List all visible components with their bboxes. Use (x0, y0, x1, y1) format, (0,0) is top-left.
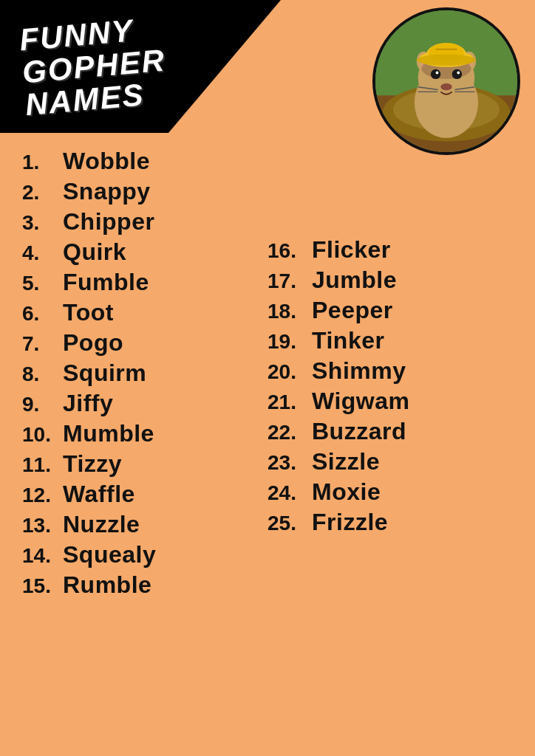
left-column: 1.Wobble2.Snappy3.Chipper4.Quirk5.Fumble… (22, 148, 268, 745)
item-number: 20. (268, 360, 312, 384)
list-item: 3.Chipper (22, 208, 268, 236)
item-name: Waffle (63, 481, 135, 508)
item-name: Snappy (63, 178, 151, 205)
item-name: Fumble (63, 269, 149, 296)
item-number: 3. (22, 211, 63, 235)
item-name: Tinker (312, 327, 384, 354)
item-name: Shimmy (312, 357, 406, 385)
list-item: 9.Jiffy (22, 390, 268, 417)
list-item: 21.Wigwam (268, 388, 513, 415)
item-name: Rumble (63, 571, 151, 599)
list-item: 1.Wobble (22, 148, 268, 175)
item-name: Wobble (63, 148, 150, 175)
item-number: 8. (22, 362, 63, 386)
item-number: 25. (268, 512, 312, 535)
item-number: 12. (22, 484, 63, 507)
item-number: 15. (22, 574, 63, 598)
item-name: Peeper (312, 297, 393, 324)
list-item: 14.Squealy (22, 541, 268, 568)
item-number: 10. (22, 423, 63, 447)
item-name: Moxie (312, 478, 381, 506)
item-number: 16. (268, 239, 312, 263)
item-name: Buzzard (312, 418, 406, 445)
item-number: 9. (22, 393, 63, 416)
list-item: 6.Toot (22, 299, 268, 326)
item-number: 17. (268, 269, 312, 293)
list-item: 12.Waffle (22, 481, 268, 508)
svg-point-15 (440, 83, 451, 91)
list-item: 20.Shimmy (268, 357, 513, 385)
item-name: Pogo (63, 329, 123, 357)
item-name: Jumble (312, 267, 397, 294)
item-number: 2. (22, 181, 63, 205)
item-number: 24. (268, 481, 312, 505)
list-item: 15.Rumble (22, 571, 268, 599)
list-item: 5.Fumble (22, 269, 268, 296)
page-title: FUNNY GOPHER NAMES (18, 12, 170, 122)
list-item: 11.Tizzy (22, 450, 268, 478)
item-number: 5. (22, 272, 63, 295)
item-name: Mumble (63, 420, 154, 447)
list-item: 18.Peeper (268, 297, 513, 324)
item-number: 1. (22, 151, 63, 174)
list-item: 19.Tinker (268, 327, 513, 354)
right-column: 16.Flicker17.Jumble18.Peeper19.Tinker20.… (268, 148, 513, 745)
list-item: 10.Mumble (22, 420, 268, 447)
item-number: 21. (268, 391, 312, 414)
list-item: 2.Snappy (22, 178, 268, 205)
list-item: 23.Sizzle (268, 448, 513, 475)
item-name: Frizzle (312, 509, 388, 536)
item-name: Squealy (63, 541, 156, 568)
list-item: 4.Quirk (22, 238, 268, 266)
item-number: 14. (22, 544, 63, 568)
item-name: Quirk (63, 238, 126, 266)
header-banner: FUNNY GOPHER NAMES (0, 0, 281, 133)
gopher-image (372, 7, 520, 155)
names-container: 1.Wobble2.Snappy3.Chipper4.Quirk5.Fumble… (0, 137, 535, 756)
item-name: Flicker (312, 236, 391, 264)
item-number: 7. (22, 332, 63, 356)
list-item: 8.Squirm (22, 360, 268, 387)
item-name: Jiffy (63, 390, 113, 417)
item-number: 6. (22, 302, 63, 326)
list-item: 22.Buzzard (268, 418, 513, 445)
item-number: 19. (268, 330, 312, 354)
list-item: 17.Jumble (268, 267, 513, 294)
list-item: 13.Nuzzle (22, 511, 268, 538)
item-name: Toot (63, 299, 114, 326)
svg-point-11 (431, 69, 440, 79)
item-name: Tizzy (63, 450, 122, 478)
item-number: 13. (22, 514, 63, 537)
list-item: 25.Frizzle (268, 509, 513, 536)
list-item: 16.Flicker (268, 236, 513, 264)
item-number: 11. (22, 453, 63, 477)
list-item: 24.Moxie (268, 478, 513, 506)
item-number: 23. (268, 451, 312, 475)
item-name: Wigwam (312, 388, 410, 415)
item-name: Nuzzle (63, 511, 140, 538)
svg-point-14 (457, 72, 460, 75)
item-name: Sizzle (312, 448, 380, 475)
item-name: Squirm (63, 360, 146, 387)
svg-point-12 (452, 69, 462, 79)
item-name: Chipper (63, 208, 154, 236)
list-item: 7.Pogo (22, 329, 268, 357)
item-number: 4. (22, 241, 63, 265)
svg-point-23 (417, 55, 477, 66)
item-number: 18. (268, 300, 312, 323)
svg-point-13 (436, 72, 439, 75)
item-number: 22. (268, 421, 312, 444)
